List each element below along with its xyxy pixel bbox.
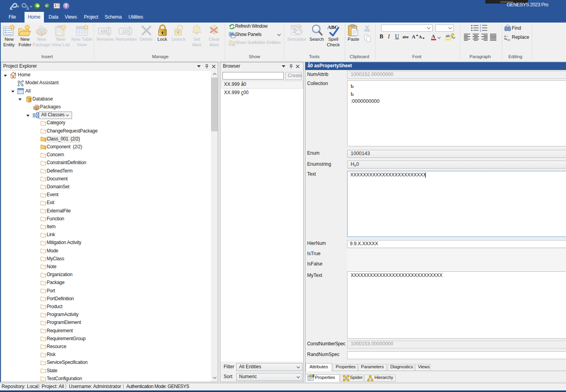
svg-text:1: 1 <box>480 24 481 27</box>
svg-text:ac: ac <box>507 38 510 42</box>
svg-text:3: 3 <box>480 29 481 32</box>
svg-text:a: a <box>504 34 506 38</box>
svg-text:b: b <box>507 34 509 38</box>
svg-text:123: 123 <box>122 29 129 34</box>
svg-text:ABC: ABC <box>100 29 109 34</box>
svg-text:2: 2 <box>480 27 481 29</box>
